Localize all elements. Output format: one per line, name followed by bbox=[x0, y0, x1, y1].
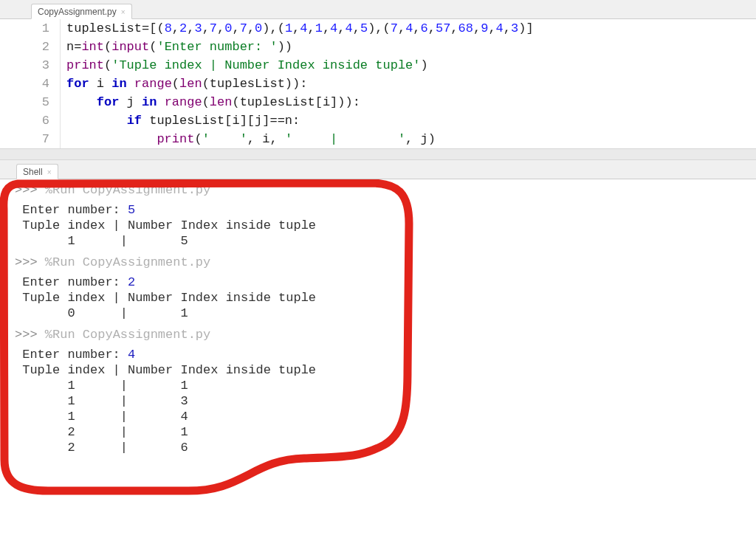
code-content: if tuplesList[i][j]==n: bbox=[61, 111, 300, 130]
line-number: 3 bbox=[0, 56, 61, 75]
shell-output[interactable]: >>> %Run CopyAssignment.py Enter number:… bbox=[0, 179, 756, 519]
shell-tab-label: Shell bbox=[23, 167, 43, 177]
line-number: 4 bbox=[0, 75, 61, 93]
code-line: 6 if tuplesList[i][j]==n: bbox=[0, 111, 756, 130]
shell-output-line: Tuple index | Number Index inside tuple bbox=[15, 362, 756, 378]
code-content: n=int(input('Enter number: ')) bbox=[61, 38, 292, 56]
code-line: 3 print('Tuple index | Number Index insi… bbox=[0, 56, 756, 75]
line-number: 1 bbox=[0, 19, 61, 38]
code-content: print(' ', i, ' | ', j) bbox=[61, 130, 436, 148]
shell-output-line: Tuple index | Number Index inside tuple bbox=[15, 218, 756, 233]
shell-output-line: 2 | 6 bbox=[15, 440, 756, 455]
shell-tabbar: Shell × bbox=[0, 160, 756, 179]
code-editor[interactable]: 1 tuplesList=[(8,2,3,7,0,7,0),(1,4,1,4,4… bbox=[0, 19, 756, 148]
shell-output-line: 2 | 1 bbox=[15, 424, 756, 440]
code-content: tuplesList=[(8,2,3,7,0,7,0),(1,4,1,4,4,5… bbox=[61, 19, 534, 38]
ide-window: CopyAssignment.py × 1 tuplesList=[(8,2,3… bbox=[0, 0, 756, 538]
pane-divider[interactable] bbox=[0, 148, 756, 160]
code-content: for i in range(len(tuplesList)): bbox=[61, 75, 307, 93]
line-number: 2 bbox=[0, 38, 61, 56]
shell-output-line: 1 | 4 bbox=[15, 409, 756, 424]
code-line: 1 tuplesList=[(8,2,3,7,0,7,0),(1,4,1,4,4… bbox=[0, 19, 756, 38]
editor-tab-label: CopyAssignment.py bbox=[38, 7, 117, 17]
line-number: 5 bbox=[0, 93, 61, 111]
code-content: print('Tuple index | Number Index inside… bbox=[61, 56, 428, 75]
shell-output-line: Enter number: 5 bbox=[15, 202, 756, 218]
line-number: 6 bbox=[0, 111, 61, 130]
shell-output-line: 1 | 5 bbox=[15, 233, 756, 249]
shell-output-line: 1 | 3 bbox=[15, 393, 756, 409]
code-line: 4 for i in range(len(tuplesList)): bbox=[0, 75, 756, 93]
close-icon[interactable]: × bbox=[47, 168, 52, 176]
code-line: 2 n=int(input('Enter number: ')) bbox=[0, 38, 756, 56]
shell-prompt-line: >>> %Run CopyAssignment.py bbox=[15, 327, 756, 342]
code-content: for j in range(len(tuplesList[i])): bbox=[61, 93, 360, 111]
shell-prompt-line: >>> %Run CopyAssignment.py bbox=[15, 255, 756, 270]
editor-tab[interactable]: CopyAssignment.py × bbox=[31, 4, 132, 19]
shell-output-line: Enter number: 2 bbox=[15, 275, 756, 290]
code-line: 7 print(' ', i, ' | ', j) bbox=[0, 130, 756, 148]
code-line: 5 for j in range(len(tuplesList[i])): bbox=[0, 93, 756, 111]
shell-output-line: Enter number: 4 bbox=[15, 347, 756, 362]
editor-tabbar: CopyAssignment.py × bbox=[0, 0, 756, 19]
shell-tab[interactable]: Shell × bbox=[16, 164, 58, 179]
close-icon[interactable]: × bbox=[121, 8, 126, 16]
line-number: 7 bbox=[0, 130, 61, 148]
shell-output-line: Tuple index | Number Index inside tuple bbox=[15, 290, 756, 306]
shell-output-line: 1 | 1 bbox=[15, 378, 756, 393]
shell-prompt-line: >>> %Run CopyAssignment.py bbox=[15, 182, 756, 198]
shell-output-line: 0 | 1 bbox=[15, 306, 756, 321]
